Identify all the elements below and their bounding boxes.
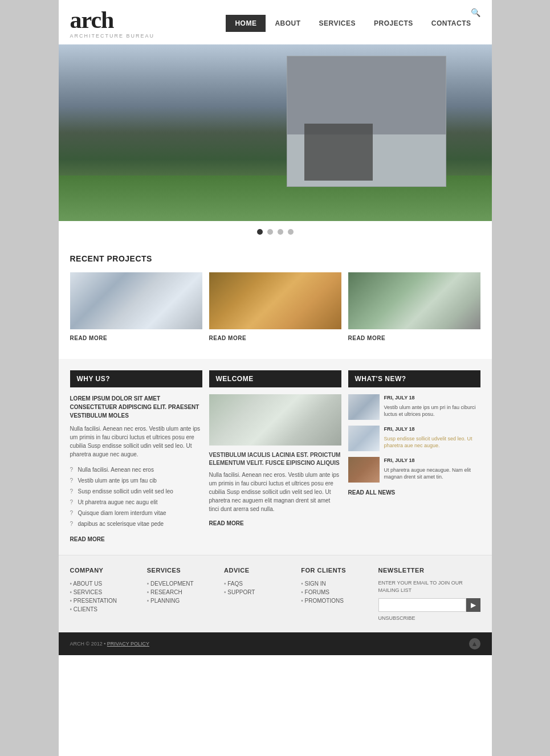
project-thumb-2 — [209, 272, 341, 329]
logo[interactable]: arch ARCHITECTURE BUREAU — [70, 8, 155, 39]
slider-dot-4[interactable] — [288, 229, 294, 235]
footer-advice: ADVICE FAQS SUPPORT — [224, 567, 292, 621]
nav-about[interactable]: ABOUT — [266, 15, 309, 32]
project-item-3[interactable]: READ MORE — [348, 272, 480, 342]
why-us-header: WHY US? — [70, 370, 202, 387]
news-content-1: FRI, JULY 18 Vestib ulum ante ips um pri… — [384, 394, 480, 420]
why-us-col: WHY US? LOREM IPSUM DOLOR SIT AMET CONSE… — [70, 370, 202, 543]
nav-projects[interactable]: PROJECTS — [365, 15, 422, 32]
footer-top: COMPANY ABOUT US SERVICES PRESENTATION C… — [59, 555, 492, 632]
footer-link-faqs[interactable]: FAQS — [224, 579, 292, 588]
news-thumb-1 — [348, 394, 380, 420]
three-cols-section: WHY US? LOREM IPSUM DOLOR SIT AMET CONSE… — [59, 359, 492, 555]
news-date-3: FRI, JULY 18 — [384, 457, 480, 465]
footer-bottom: ARCH © 2012 • PRIVACY POLICY ▲ — [59, 632, 492, 655]
welcome-body-title: VESTIBULUM IACULIS LACINIA EST. PROICTUM… — [209, 451, 341, 467]
news-thumb-2 — [348, 426, 380, 451]
slider-dots — [59, 221, 492, 243]
whats-new-col: WHAT'S NEW? FRI, JULY 18 Vestib ulum ant… — [348, 370, 480, 543]
welcome-readmore[interactable]: READ MORE — [209, 519, 341, 528]
logo-text: arch — [70, 8, 155, 32]
privacy-policy-link[interactable]: PRIVACY POLICY — [107, 641, 149, 647]
footer-link-support[interactable]: SUPPORT — [224, 588, 292, 596]
news-text-2: Susp endisse sollicit udvelit sed leo. U… — [384, 435, 480, 449]
footer-link-signin[interactable]: SIGN IN — [301, 579, 369, 588]
hero-building — [287, 56, 446, 187]
newsletter-input[interactable] — [378, 598, 466, 612]
hero-window — [304, 124, 373, 181]
list-item: Quisque diam lorem interdum vitae — [70, 508, 202, 518]
footer-link-presentation[interactable]: PRESENTATION — [70, 596, 138, 605]
slider-dot-1[interactable] — [257, 229, 263, 235]
logo-subtitle: ARCHITECTURE BUREAU — [70, 33, 155, 39]
slider-dot-2[interactable] — [267, 229, 273, 235]
header: arch ARCHITECTURE BUREAU HOME ABOUT SERV… — [59, 0, 492, 44]
news-date-2: FRI, JULY 18 — [384, 426, 480, 434]
news-content-3: FRI, JULY 18 Ut pharetra augue necaugue.… — [384, 457, 480, 483]
footer-link-dev[interactable]: DEVELOPMENT — [147, 579, 215, 588]
list-item: Susp endisse sollicit udin velit sed leo — [70, 486, 202, 497]
news-text-3: Ut pharetra augue necaugue. Nam elit mag… — [384, 467, 480, 481]
welcome-image — [209, 394, 341, 446]
footer-clients: FOR CLIENTS SIGN IN FORUMS PROMOTIONS — [301, 567, 369, 621]
newsletter-submit[interactable]: ▶ — [466, 598, 480, 612]
why-us-title: LOREM IPSUM DOLOR SIT AMET CONSECTETUER … — [70, 394, 202, 420]
read-more-3[interactable]: READ MORE — [348, 335, 386, 341]
news-date-1: FRI, JULY 18 — [384, 394, 480, 402]
why-us-list: Nulla facilisi. Aenean nec eros Vestib u… — [70, 464, 202, 529]
news-text-1: Vestib ulum ante ips um pri in fau cibur… — [384, 404, 480, 418]
whats-new-header: WHAT'S NEW? — [348, 370, 480, 387]
nav-services[interactable]: SERVICES — [310, 15, 365, 32]
footer-clients-title: FOR CLIENTS — [301, 567, 369, 574]
search-icon[interactable]: 🔍 — [471, 8, 480, 17]
footer-link-promotions[interactable]: PROMOTIONS — [301, 596, 369, 605]
footer-newsletter: NEWSLETTER ENTER YOUR EMAIL TO JOIN OUR … — [378, 567, 480, 621]
footer-advice-title: ADVICE — [224, 567, 292, 574]
welcome-body: Nulla facilisi. Aenean nec eros. Vestib … — [209, 471, 341, 513]
unsubscribe-link[interactable]: UNSUBSCRIBE — [378, 615, 480, 621]
recent-projects-section: RECENT PROJECTS READ MORE READ MORE READ… — [59, 243, 492, 353]
why-us-readmore[interactable]: READ MORE — [70, 535, 202, 543]
hero-banner — [59, 44, 492, 221]
footer-newsletter-title: NEWSLETTER — [378, 567, 480, 574]
recent-projects-title: RECENT PROJECTS — [70, 254, 480, 263]
footer-link-forums[interactable]: FORUMS — [301, 588, 369, 596]
project-item-2[interactable]: READ MORE — [209, 272, 341, 342]
read-more-2[interactable]: READ MORE — [209, 335, 247, 341]
read-all-news[interactable]: READ ALL NEWS — [348, 488, 480, 497]
footer-link-services[interactable]: SERVICES — [70, 588, 138, 596]
footer-company: COMPANY ABOUT US SERVICES PRESENTATION C… — [70, 567, 138, 621]
nav-contacts[interactable]: CONTACTS — [422, 15, 480, 32]
news-item-3: FRI, JULY 18 Ut pharetra augue necaugue.… — [348, 457, 480, 483]
slider-dot-3[interactable] — [278, 229, 283, 235]
footer-services: SERVICES DEVELOPMENT RESEARCH PLANNING — [147, 567, 215, 621]
read-more-1[interactable]: READ MORE — [70, 335, 108, 341]
why-us-body: Nulla facilisi. Aenean nec eros. Vestib … — [70, 424, 202, 459]
footer-link-about[interactable]: ABOUT US — [70, 579, 138, 588]
footer-link-clients[interactable]: CLIENTS — [70, 605, 138, 614]
projects-grid: READ MORE READ MORE READ MORE — [70, 272, 480, 342]
footer-copyright: ARCH © 2012 • PRIVACY POLICY — [70, 641, 150, 647]
nav-home[interactable]: HOME — [226, 15, 266, 32]
news-item-1: FRI, JULY 18 Vestib ulum ante ips um pri… — [348, 394, 480, 420]
news-content-2: FRI, JULY 18 Susp endisse sollicit udvel… — [384, 426, 480, 451]
news-thumb-3 — [348, 457, 380, 483]
project-item-1[interactable]: READ MORE — [70, 272, 202, 342]
welcome-col: WELCOME VESTIBULUM IACULIS LACINIA EST. … — [209, 370, 341, 543]
footer-link-research[interactable]: RESEARCH — [147, 588, 215, 596]
news-item-2: FRI, JULY 18 Susp endisse sollicit udvel… — [348, 426, 480, 451]
newsletter-form: ▶ — [378, 598, 480, 612]
footer-circle-btn[interactable]: ▲ — [469, 638, 480, 649]
main-nav: HOME ABOUT SERVICES PROJECTS CONTACTS — [226, 15, 480, 32]
project-thumb-3 — [348, 272, 480, 329]
footer-company-title: COMPANY — [70, 567, 138, 574]
project-thumb-1 — [70, 272, 202, 329]
list-item: dapibus ac scelerisque vitae pede — [70, 518, 202, 529]
newsletter-description: ENTER YOUR EMAIL TO JOIN OUR MAILING LIS… — [378, 579, 480, 594]
footer-services-title: SERVICES — [147, 567, 215, 574]
list-item: Nulla facilisi. Aenean nec eros — [70, 464, 202, 475]
footer-link-planning[interactable]: PLANNING — [147, 596, 215, 605]
list-item: Ut pharetra augue nec augu elit — [70, 497, 202, 508]
list-item: Vestib ulum ante ips um fau cib — [70, 475, 202, 486]
welcome-header: WELCOME — [209, 370, 341, 387]
